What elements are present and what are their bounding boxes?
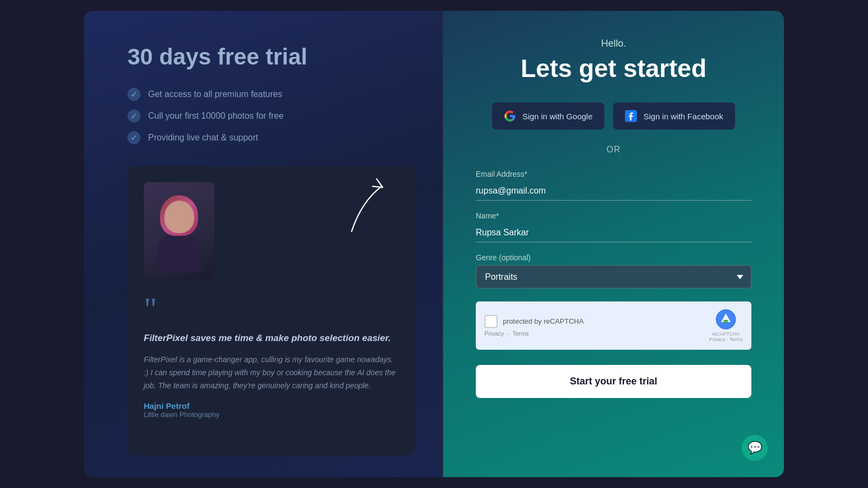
recaptcha-logo: reCAPTCHAPrivacy - Terms [709,309,743,342]
testimonial-body: FilterPixel is a game-changer app, culli… [144,354,399,392]
recaptcha-checkbox[interactable] [484,315,497,328]
google-signin-button[interactable]: Sign in with Google [492,102,604,130]
or-divider: OR [607,145,621,155]
social-buttons-row: Sign in with Google Sign in with Faceboo… [476,102,751,130]
recaptcha-brand-label: reCAPTCHAPrivacy - Terms [709,331,743,342]
email-group: Email Address* [476,170,751,201]
recaptcha-left: protected by reCAPTCHA Privacy - Terms [484,315,584,337]
main-container: 30 days free trial ✓ Get access to all p… [84,11,784,477]
right-panel: Hello. Lets get started Sign in with Goo… [443,11,784,477]
recaptcha-privacy-link[interactable]: Privacy [484,330,504,337]
name-label: Name* [476,211,751,220]
recaptcha-icon [716,309,736,330]
email-input[interactable] [476,182,751,201]
recaptcha-links: Privacy - Terms [484,330,584,337]
google-icon [504,110,516,122]
check-icon-3: ✓ [127,131,141,144]
feature-item-1: ✓ Get access to all premium features [127,88,415,101]
testimonial-author: Hajni Petrof [144,401,399,410]
profile-area [144,182,399,280]
testimonial-headline: FilterPixel saves me time & make photo s… [144,332,399,345]
feature-item-2: ✓ Cull your first 10000 photos for free [127,110,415,123]
features-list: ✓ Get access to all premium features ✓ C… [127,88,415,144]
genre-label: Genre (optional) [476,253,751,262]
feature-text-2: Cull your first 10000 photos for free [148,111,284,121]
recaptcha-separator: - [507,330,509,337]
left-panel: 30 days free trial ✓ Get access to all p… [84,11,442,477]
chat-icon: 💬 [748,441,762,455]
chat-bubble-button[interactable]: 💬 [742,435,768,461]
feature-text-1: Get access to all premium features [148,89,282,99]
recaptcha-widget[interactable]: protected by reCAPTCHA Privacy - Terms r… [476,301,751,350]
facebook-btn-label: Sign in with Facebook [643,112,723,121]
testimonial-card: " FilterPixel saves me time & make photo… [127,166,415,455]
google-btn-label: Sign in with Google [522,112,592,121]
email-label: Email Address* [476,170,751,178]
genre-select[interactable]: Portraits Landscape Wedding Street Natur… [476,265,751,288]
recaptcha-text: protected by reCAPTCHA [503,317,584,325]
quote-mark: " [144,293,399,325]
facebook-icon [625,110,637,122]
genre-group: Genre (optional) Portraits Landscape Wed… [476,253,751,288]
check-icon-2: ✓ [127,110,141,123]
trial-title: 30 days free trial [127,43,415,70]
facebook-signin-button[interactable]: Sign in with Facebook [613,102,735,130]
feature-text-3: Providing live chat & support [148,133,258,143]
profile-image [144,182,214,280]
check-icon-1: ✓ [127,88,141,101]
name-group: Name* [476,211,751,242]
arrow-drawing [344,171,399,236]
greeting-text: Hello. [601,38,626,49]
feature-item-3: ✓ Providing live chat & support [127,131,415,144]
recaptcha-terms-link[interactable]: Terms [513,330,529,337]
start-trial-button[interactable]: Start your free trial [476,365,751,398]
registration-form: Email Address* Name* Genre (optional) Po… [476,170,751,398]
main-heading: Lets get started [521,54,707,83]
name-input[interactable] [476,223,751,242]
testimonial-subtitle: Little dawn Photography [144,410,399,419]
